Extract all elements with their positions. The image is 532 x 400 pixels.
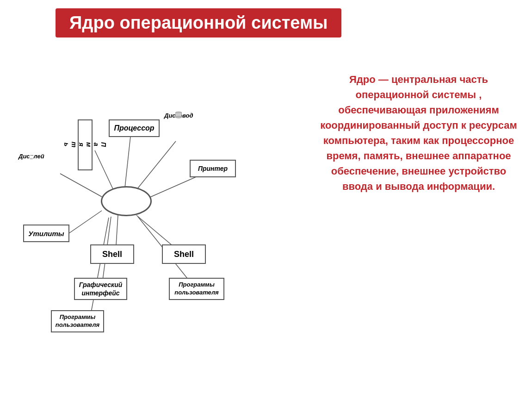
node-printer: Принтер xyxy=(190,160,236,177)
node-user-programs1: Программы пользователя xyxy=(51,310,104,332)
svg-line-1 xyxy=(95,150,113,190)
node-shell2: Shell xyxy=(162,244,206,264)
svg-point-16 xyxy=(176,116,182,118)
svg-rect-13 xyxy=(30,159,33,159)
svg-line-5 xyxy=(65,211,102,236)
svg-rect-11 xyxy=(29,156,33,158)
node-utilities: Утилиты xyxy=(23,225,69,242)
node-gui: Графический интерфейс xyxy=(74,278,127,300)
node-yadro xyxy=(101,186,152,216)
node-memory: Память xyxy=(78,119,93,170)
node-user-programs2: Программы пользователя xyxy=(169,278,224,300)
svg-line-0 xyxy=(60,174,102,197)
page-title: Ядро операционной системы xyxy=(56,8,341,38)
diagram-lines xyxy=(9,51,278,384)
svg-line-4 xyxy=(146,174,204,199)
svg-line-9 xyxy=(90,218,109,317)
node-shell1: Shell xyxy=(90,244,134,264)
description-text: Ядро — центральная часть операционной си… xyxy=(319,72,518,194)
node-disk: Дисковод xyxy=(164,111,193,119)
node-display: Дисплей xyxy=(19,155,44,160)
node-processor: Процессор xyxy=(109,119,160,137)
svg-line-3 xyxy=(136,141,176,190)
svg-line-2 xyxy=(125,137,130,188)
diagram: Дисплей Память Процессор Дисковод Принте… xyxy=(9,51,278,384)
